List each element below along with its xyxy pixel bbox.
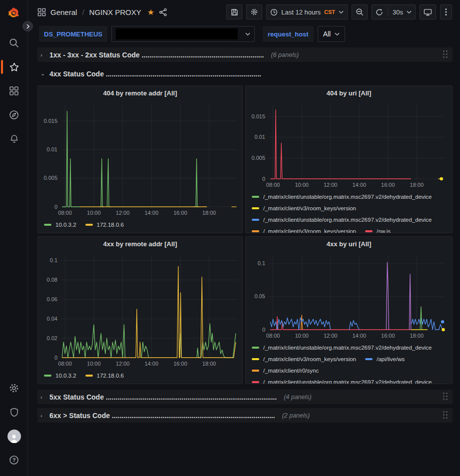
- svg-text:16:00: 16:00: [173, 361, 187, 367]
- row-header-6xx[interactable]: › 6xx > Status Code ....................…: [37, 408, 453, 423]
- sidebar-item-profile[interactable]: [0, 424, 28, 448]
- sidebar-item-dashboards[interactable]: [0, 79, 28, 103]
- svg-text:16:00: 16:00: [381, 333, 395, 339]
- svg-text:0.1: 0.1: [50, 257, 57, 263]
- row-title-dots: ........................................…: [106, 70, 261, 78]
- more-options-button[interactable]: [440, 4, 452, 19]
- clock-icon: [270, 8, 278, 16]
- variable-label-request-host: request_host: [263, 26, 314, 42]
- grafana-logo[interactable]: [0, 0, 27, 21]
- breadcrumb-separator: /: [82, 8, 84, 16]
- legend-series-color: [85, 224, 93, 226]
- panel-title[interactable]: 404 by remote addr [All]: [38, 86, 242, 100]
- svg-text:18:00: 18:00: [202, 210, 216, 216]
- legend-series-label: 172.18.0.6: [97, 373, 124, 379]
- row-panel-count: (4 panels): [284, 394, 312, 401]
- row-title: 4xx Status Code: [49, 70, 104, 78]
- svg-text:?: ?: [12, 457, 16, 463]
- legend-series-color: [44, 375, 51, 377]
- sidebar-item-explore[interactable]: [0, 103, 28, 127]
- panel-title[interactable]: 4xx by remote addr [All]: [38, 237, 242, 251]
- legend-series-label: /_matrix/client/v3/room_keys/version: [263, 205, 356, 211]
- panel-title[interactable]: 4xx by uri [All]: [246, 237, 452, 251]
- legend-series-color: [252, 207, 259, 209]
- compass-icon: [8, 109, 19, 120]
- legend-series-color: [252, 230, 259, 232]
- svg-text:14:00: 14:00: [352, 333, 366, 339]
- legend-item[interactable]: /_matrix/client/unstable/org.matrix.msc2…: [252, 191, 432, 202]
- save-dashboard-button[interactable]: [226, 4, 242, 19]
- time-range-label: Last 12 hours: [281, 8, 321, 16]
- legend-series-label: /_matrix/client/unstable/org.matrix.msc2…: [263, 194, 432, 200]
- page-title[interactable]: NGINX PROXY: [89, 8, 141, 16]
- legend-series-label: 10.0.3.2: [55, 373, 76, 379]
- sidebar-item-help[interactable]: ?: [0, 448, 28, 472]
- svg-text:18:00: 18:00: [202, 361, 216, 367]
- panel-title[interactable]: 404 by uri [All]: [246, 86, 452, 100]
- svg-text:08:00: 08:00: [58, 361, 72, 367]
- legend-item[interactable]: /_matrix/client/unstable/org.matrix.msc2…: [252, 376, 432, 384]
- expand-sidebar-button[interactable]: [22, 21, 33, 31]
- sidebar-item-server-admin[interactable]: [0, 400, 28, 424]
- zoom-out-button[interactable]: [352, 4, 368, 19]
- legend-item[interactable]: /_matrix/client/v3/room_keys/version: [252, 202, 356, 214]
- row-title-dots: ........................................…: [141, 51, 264, 59]
- legend-series-color: [365, 230, 373, 232]
- svg-text:0.015: 0.015: [251, 113, 265, 119]
- chart-4xx-by-remote-addr[interactable]: 00.020.040.060.080.108:0010:0012:0014:00…: [38, 251, 242, 369]
- row-header-5xx[interactable]: › 5xx Status Code ......................…: [37, 390, 453, 404]
- chart-404-by-uri[interactable]: 00.0050.010.01508:0010:0012:0014:0016:00…: [246, 100, 452, 190]
- panel-404-by-uri: 404 by uri [All] 00.0050.010.01508:0010:…: [245, 85, 453, 233]
- legend-item[interactable]: /_matrix/client/unstable/org.matrix.msc2…: [252, 214, 432, 225]
- svg-text:10:00: 10:00: [87, 210, 101, 216]
- sidebar: ?: [0, 0, 28, 476]
- dashboard-settings-button[interactable]: [246, 4, 262, 19]
- share-icon[interactable]: [159, 8, 167, 16]
- panel-legend: /_matrix/client/unstable/org.matrix.msc2…: [246, 341, 452, 384]
- row-panel-count: (6 panels): [271, 51, 299, 58]
- legend-series-label: /_matrix/client/r0/sync: [263, 368, 319, 374]
- row-header-4xx[interactable]: ⌄ 4xx Status Code ......................…: [37, 66, 453, 81]
- gear-icon: [8, 383, 19, 394]
- chart-404-by-remote-addr[interactable]: 00.0050.010.01508:0010:0012:0014:0016:00…: [38, 100, 242, 218]
- sidebar-item-alerting[interactable]: [0, 127, 28, 151]
- legend-item[interactable]: 10.0.3.2: [44, 219, 76, 230]
- svg-text:12:00: 12:00: [324, 333, 338, 339]
- breadcrumb-section[interactable]: General: [50, 8, 77, 16]
- row-drag-handle[interactable]: [443, 50, 450, 59]
- legend-item[interactable]: 172.18.0.6: [85, 370, 124, 381]
- chevron-down-icon: [339, 10, 344, 14]
- sidebar-item-search[interactable]: [0, 31, 28, 55]
- time-range-picker[interactable]: Last 12 hours CST: [266, 4, 348, 19]
- svg-text:08:00: 08:00: [266, 182, 280, 188]
- legend-item[interactable]: /_matrix/client/r0/sync: [252, 365, 319, 376]
- legend-item[interactable]: /_matrix/client/unstable/org.matrix.msc2…: [252, 342, 432, 353]
- favorite-star-icon[interactable]: ★: [147, 7, 154, 17]
- sidebar-item-configuration[interactable]: [0, 376, 28, 400]
- save-icon: [231, 8, 238, 16]
- legend-item[interactable]: /sw.js: [365, 225, 391, 233]
- sidebar-item-starred[interactable]: [0, 55, 28, 79]
- row-drag-handle[interactable]: [443, 411, 450, 420]
- legend-item[interactable]: 10.0.3.2: [44, 370, 76, 381]
- chevron-right-icon: ›: [40, 394, 45, 400]
- cycle-view-mode-button[interactable]: [420, 4, 436, 19]
- refresh-picker[interactable]: 30s: [372, 4, 416, 19]
- legend-item[interactable]: /_matrix/client/v3/room_keys/version: [252, 353, 356, 365]
- chart-4xx-by-uri[interactable]: 00.050.108:0010:0012:0014:0016:0018:00: [246, 251, 452, 341]
- legend-item[interactable]: /_matrix/client/v3/room_keys/version: [252, 225, 356, 233]
- variable-select-request-host[interactable]: All: [318, 26, 346, 42]
- chevron-down-icon: [335, 32, 340, 36]
- row-title-dots: ........................................…: [112, 412, 275, 420]
- svg-text:08:00: 08:00: [266, 333, 280, 339]
- legend-item[interactable]: /api/live/ws: [365, 353, 405, 365]
- row-header-1xx-3xx-2xx[interactable]: › 1xx - 3xx - 2xx Status Code ..........…: [37, 47, 453, 62]
- panel-legend: 10.0.3.2172.18.0.6: [38, 369, 242, 381]
- panel-4xx-by-uri: 4xx by uri [All] 00.050.108:0010:0012:00…: [245, 236, 453, 384]
- row-drag-handle[interactable]: [443, 393, 450, 401]
- legend-item[interactable]: 172.18.0.6: [85, 219, 124, 230]
- legend-series-label: /sw.js: [377, 228, 391, 234]
- kebab-menu-icon: [445, 8, 447, 16]
- chevron-down-icon: [407, 10, 412, 14]
- variable-select-ds-prometheus[interactable]: [111, 26, 255, 42]
